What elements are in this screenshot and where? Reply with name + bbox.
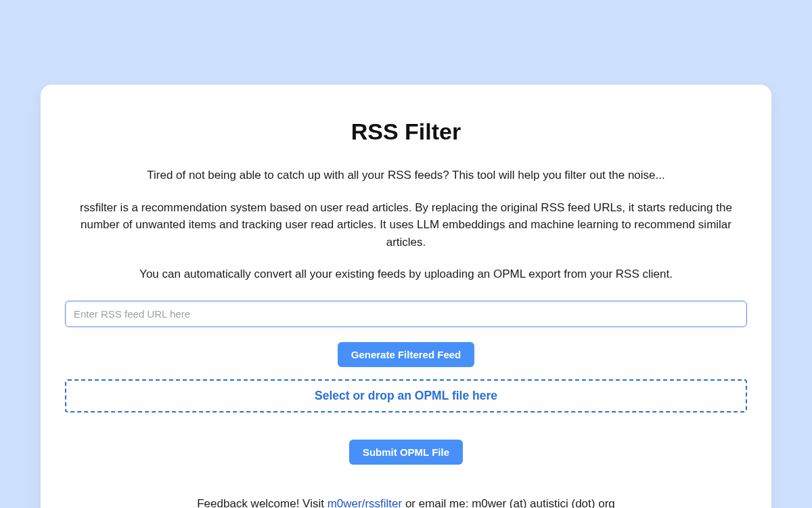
description-text: rssfilter is a recommendation system bas… [65, 199, 747, 251]
footer-suffix: or email me: m0wer (at) autistici (dot) … [402, 497, 615, 509]
footer-prefix: Feedback welcome! Visit [197, 497, 327, 509]
intro-text: Tired of not being able to catch up with… [65, 167, 747, 184]
opml-instruction-text: You can automatically convert all your e… [65, 266, 747, 283]
dropzone-label: Select or drop an OPML file here [315, 389, 497, 402]
generate-feed-button[interactable]: Generate Filtered Feed [338, 342, 475, 367]
footer-text: Feedback welcome! Visit m0wer/rssfilter … [65, 497, 747, 509]
main-card: RSS Filter Tired of not being able to ca… [41, 85, 771, 508]
submit-opml-button[interactable]: Submit OPML File [349, 440, 463, 465]
rss-url-input[interactable] [65, 301, 747, 327]
repo-link[interactable]: m0wer/rssfilter [328, 497, 403, 509]
page-title: RSS Filter [65, 119, 747, 145]
opml-dropzone[interactable]: Select or drop an OPML file here [65, 379, 747, 412]
